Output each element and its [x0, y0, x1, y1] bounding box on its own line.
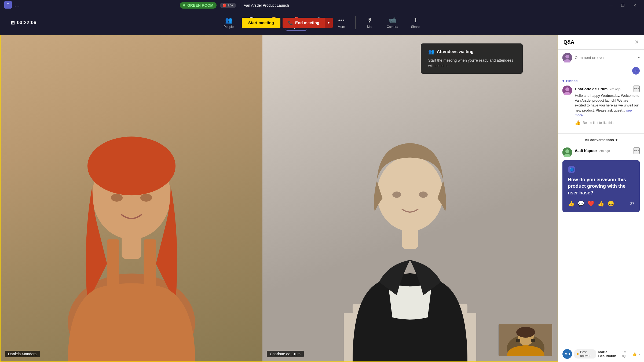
all-conversations-chevron: ▾	[616, 138, 617, 142]
question-laugh-button[interactable]: 😄	[608, 200, 614, 207]
best-answer-row: MB Best answer Marie Beaudouin 1m ago 👍 …	[558, 346, 644, 362]
svg-point-7	[140, 194, 152, 201]
start-meeting-button[interactable]: Start meeting	[242, 18, 280, 28]
charlotte-like-row: 👍 Be the first to like this	[575, 120, 640, 126]
attendees-waiting-icon: 👥	[428, 49, 434, 55]
aadi-message: Aadi Kapoor 2m ago •••	[562, 147, 640, 157]
comment-input-field[interactable]	[575, 56, 635, 60]
restore-button[interactable]: ❐	[618, 2, 628, 9]
toolbar-item-mic[interactable]: 🎙 Mic	[359, 15, 380, 31]
question-comment-button[interactable]: 💬	[578, 200, 584, 207]
charlotte-like-button[interactable]: 👍	[575, 120, 581, 126]
best-answer-badge: Best answer	[574, 349, 596, 359]
toolbar-wrapper: 👥 People 💬 Chat 😊 React ❓ Q&A 📋 Notes ••…	[0, 15, 644, 31]
toolbar-item-more[interactable]: ••• More	[331, 15, 352, 31]
svg-point-28	[565, 87, 569, 91]
svg-point-31	[565, 149, 569, 153]
question-heart-button[interactable]: ❤️	[588, 200, 594, 207]
camera-label: Camera	[387, 25, 398, 29]
aadi-msg-header: Aadi Kapoor 2m ago •••	[575, 147, 640, 154]
close-button[interactable]: ✕	[630, 2, 640, 9]
aadi-name: Aadi Kapoor	[575, 149, 597, 153]
question-actions: 👍 💬 ❤️ 👍 😄 27	[568, 200, 634, 207]
name-label-left: Daniela Mandera	[5, 351, 40, 357]
best-answer-label: Best answer	[580, 350, 594, 358]
qa-close-button[interactable]: ✕	[635, 39, 639, 45]
more-label: More	[338, 25, 345, 29]
svg-text:T: T	[7, 2, 9, 7]
svg-point-17	[419, 191, 428, 198]
video-right: 👥 Attendees waiting Start the meeting wh…	[262, 35, 558, 361]
svg-point-15	[377, 156, 443, 231]
waiting-title: Attendees waiting	[437, 49, 474, 54]
attendee-count-badge: 🔴 1.5k	[220, 3, 236, 8]
toolbar-item-share[interactable]: ⬆ Share	[405, 15, 426, 31]
waiting-banner: 👥 Attendees waiting Start the meeting wh…	[421, 43, 523, 74]
video-left: Daniela Mandera	[1, 35, 262, 361]
best-answer-time: 1m ago	[622, 350, 630, 358]
titlebar-more-dots[interactable]: ...	[14, 3, 20, 8]
toolbar-item-camera[interactable]: 📹 Camera	[381, 15, 404, 31]
marie-avatar: MB	[562, 349, 572, 359]
share-label: Share	[411, 25, 420, 29]
aadi-time: 2m ago	[599, 149, 610, 153]
pinned-text: Pinned	[566, 79, 577, 83]
svg-point-16	[392, 191, 401, 198]
question-like-button[interactable]: 👍	[568, 200, 575, 207]
qa-divider-1	[558, 133, 644, 134]
qa-panel-title: Q&A	[564, 39, 574, 45]
charlotte-time: 2m ago	[610, 87, 620, 91]
aadi-more-button[interactable]: •••	[634, 147, 640, 154]
mic-label: Mic	[367, 25, 372, 29]
end-meeting-button[interactable]: 📞 End meeting	[283, 18, 325, 28]
comment-user-avatar	[562, 53, 572, 62]
qa-action-icon: ↩	[634, 69, 638, 73]
svg-rect-22	[516, 339, 520, 342]
reaction-count: 27	[630, 201, 634, 206]
comment-area: ▾	[558, 50, 644, 66]
aadi-avatar	[562, 147, 572, 157]
charlotte-avatar	[562, 86, 572, 95]
question-text: How do you envision this product growing…	[568, 176, 634, 196]
name-label-right: Charlotte de Crum	[267, 351, 304, 357]
all-conversations-toggle[interactable]: All conversations ▾	[558, 136, 644, 144]
svg-rect-9	[144, 239, 156, 288]
video-thumbnail	[499, 324, 552, 356]
titlebar: T ... GREEN ROOM 🔴 1.5k | Van Arsdel Pro…	[0, 0, 644, 11]
end-meeting-group: 📞 End meeting ▾	[283, 18, 333, 28]
toolbar-action-buttons: Start meeting 📞 End meeting ▾	[242, 18, 333, 28]
comment-dropdown-arrow[interactable]: ▾	[638, 56, 640, 60]
person-silhouette-right	[314, 75, 506, 361]
charlotte-more-button[interactable]: •••	[634, 86, 640, 92]
minimize-button[interactable]: —	[606, 2, 616, 9]
question-thumbs-button[interactable]: 👍	[598, 200, 604, 207]
toolbar-item-people[interactable]: 👥 People	[218, 15, 239, 31]
video-area: Daniela Mandera	[0, 35, 558, 362]
best-answer-like-icon: 👍	[632, 352, 637, 356]
charlotte-msg-body: Charlotte de Crum 2m ago ••• Hello and h…	[575, 86, 640, 126]
camera-icon: 📹	[389, 17, 396, 24]
charlotte-msg-text: Hello and happy Wednesday. Welcome to Va…	[575, 93, 640, 118]
svg-point-5	[87, 136, 175, 195]
more-icon: •••	[338, 17, 345, 24]
person-silhouette-left	[33, 68, 230, 361]
toolbar: ⊞ 00:22:06 👥 People 💬 Chat 😊 React ❓ Q&A…	[0, 11, 644, 35]
toolbar-divider	[355, 16, 356, 29]
waiting-header: 👥 Attendees waiting	[428, 49, 515, 55]
best-answer-dot	[577, 353, 579, 355]
people-label: People	[224, 25, 233, 29]
pinned-chevron-icon: ▾	[562, 79, 564, 83]
people-icon: 👥	[225, 17, 232, 24]
teams-logo: T	[4, 1, 12, 10]
best-answer-name: Marie Beaudouin	[598, 350, 620, 358]
qa-header: Q&A ✕	[558, 35, 644, 50]
qa-action-badge[interactable]: ↩	[632, 67, 640, 75]
question-card: 🔵 How do you envision this product growi…	[562, 160, 640, 212]
end-meeting-chevron[interactable]: ▾	[325, 18, 333, 28]
titlebar-controls: — ❐ ✕	[606, 2, 640, 9]
charlotte-msg-header: Charlotte de Crum 2m ago •••	[575, 86, 640, 92]
main-content: Daniela Mandera	[0, 35, 644, 362]
thumbnail-person-svg	[499, 324, 552, 356]
separator: |	[239, 3, 240, 8]
question-card-icon: 🔵	[568, 166, 575, 173]
